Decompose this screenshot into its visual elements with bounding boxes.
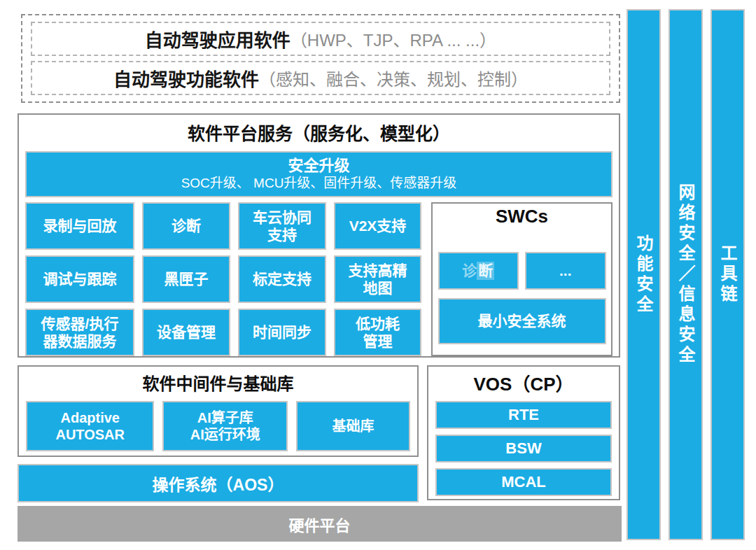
service-low-power-management: 低功耗 管理: [334, 309, 421, 356]
service-diagnosis: 诊断: [142, 202, 230, 250]
platform-services-section: 软件平台服务（服务化、模型化） 安全升级 SOC升级、 MCU升级、固件升级、传…: [18, 113, 620, 358]
service-debug-trace: 调试与跟踪: [25, 255, 134, 303]
aos-operating-system-block: 操作系统（AOS）: [18, 464, 419, 502]
middleware-section: 软件中间件与基础库 Adaptive AUTOSAR AI算子库 AI运行环境 …: [18, 365, 419, 457]
swcs-diagnosis-char-1: 诊: [462, 262, 477, 279]
service-v2x-support: V2X支持: [334, 202, 421, 250]
architecture-diagram: 自动驾驶应用软件 （HWP、TJP、RPA ... ...） 自动驾驶功能软件 …: [0, 0, 756, 550]
platform-services-grid: 录制与回放 诊断 车云协同 支持 V2X支持 调试与跟踪 黑匣子 标定支持 支持…: [25, 202, 421, 356]
ad-function-title: 自动驾驶功能软件: [113, 65, 259, 91]
swcs-more-block: ...: [525, 252, 606, 290]
vos-bsw-block: BSW: [435, 435, 612, 463]
swcs-diagnosis-char-2: 断: [477, 262, 494, 279]
swcs-title: SWCs: [496, 206, 548, 227]
security-upgrade-block: 安全升级 SOC升级、 MCU升级、固件升级、传感器升级: [25, 151, 612, 197]
service-recording-playback: 录制与回放: [25, 202, 134, 250]
hardware-platform-block: 硬件平台: [18, 506, 622, 542]
platform-services-title: 软件平台服务（服务化、模型化）: [19, 120, 619, 145]
service-vehicle-cloud-support: 车云协同 支持: [238, 202, 326, 250]
middleware-title: 软件中间件与基础库: [19, 370, 417, 395]
sidebar-toolchain: 工具链: [710, 9, 745, 540]
service-device-management: 设备管理: [142, 309, 230, 356]
vos-title: VOS（CP）: [473, 369, 573, 395]
swcs-item-row: 诊断 ...: [438, 252, 606, 290]
ad-application-software-layer: 自动驾驶应用软件 （HWP、TJP、RPA ... ...）: [31, 22, 610, 56]
middleware-item-row: Adaptive AUTOSAR AI算子库 AI运行环境 基础库: [26, 401, 410, 451]
sidebar-network-information-security: 网络安全／信息安全: [668, 9, 703, 540]
adaptive-autosar-block: Adaptive AUTOSAR: [26, 401, 154, 451]
swcs-section: SWCs 诊断 ... 最小安全系统: [431, 202, 612, 356]
service-sensor-actuator-data: 传感器/执行 器数据服务: [25, 309, 134, 356]
vos-section: VOS（CP） RTE BSW MCAL: [427, 365, 620, 500]
vos-rte-block: RTE: [435, 401, 612, 429]
service-black-box: 黑匣子: [142, 255, 230, 303]
vos-mcal-block: MCAL: [435, 468, 612, 496]
ad-function-subtitle: （感知、融合、决策、规划、控制）: [259, 66, 528, 90]
ad-application-subtitle: （HWP、TJP、RPA ... ...）: [290, 27, 496, 51]
platform-services-area: 录制与回放 诊断 车云协同 支持 V2X支持 调试与跟踪 黑匣子 标定支持 支持…: [25, 202, 612, 356]
security-upgrade-subtitle: SOC升级、 MCU升级、固件升级、传感器升级: [181, 176, 457, 192]
swcs-diagnosis-block: 诊断: [438, 252, 519, 290]
security-upgrade-title: 安全升级: [288, 157, 349, 175]
minimal-safety-system-block: 最小安全系统: [438, 298, 606, 344]
ad-application-title: 自动驾驶应用软件: [145, 26, 290, 52]
ad-function-software-layer: 自动驾驶功能软件 （感知、融合、决策、规划、控制）: [31, 61, 610, 95]
ad-software-group: 自动驾驶应用软件 （HWP、TJP、RPA ... ...） 自动驾驶功能软件 …: [21, 14, 620, 103]
sidebar-functional-safety: 功能安全: [626, 9, 661, 540]
base-library-block: 基础库: [296, 401, 410, 451]
service-calibration-support: 标定支持: [238, 255, 326, 303]
ai-operator-runtime-block: AI算子库 AI运行环境: [162, 401, 288, 451]
service-time-sync: 时间同步: [238, 309, 326, 356]
service-hd-map-support: 支持高精 地图: [334, 255, 421, 303]
